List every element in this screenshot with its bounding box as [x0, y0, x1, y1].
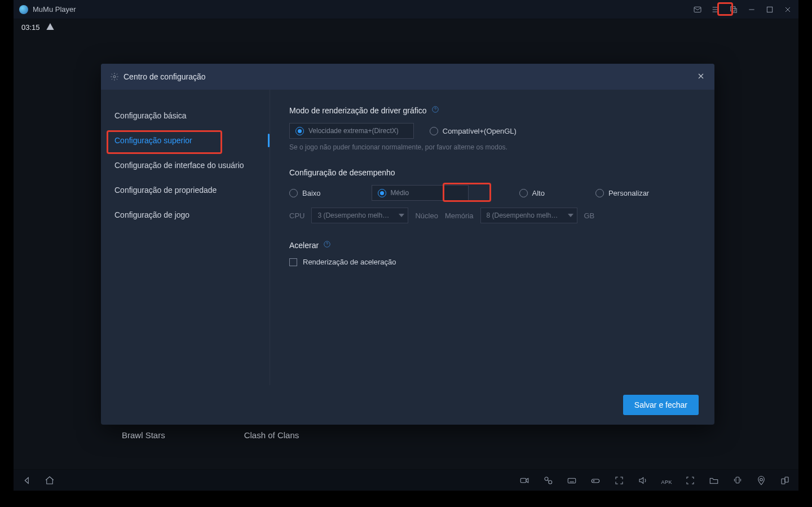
sidebar-item-property[interactable]: Configuração de propriedade: [101, 178, 270, 202]
cpu-select: 3 (Desempenho melh…: [311, 208, 408, 223]
modal-header: Centro de configuração: [101, 64, 714, 90]
svg-rect-4: [50, 28, 50, 29]
settings-content: Modo de renderização de driver gráfico V…: [270, 90, 714, 385]
group-accelerate: Acelerar Renderização de aceleração: [289, 240, 695, 268]
radio-label: Baixo: [302, 189, 321, 197]
svg-point-9: [545, 477, 548, 480]
radio-perf-high[interactable]: Alto: [519, 189, 545, 197]
radio-opengl[interactable]: Compatível+(OpenGL): [430, 127, 517, 135]
warning-icon: [46, 22, 55, 33]
android-statusbar: 03:15: [14, 19, 798, 35]
modal-footer: Salvar e fechar: [101, 385, 714, 425]
gamepad-icon[interactable]: [590, 475, 601, 486]
mail-icon[interactable]: [692, 5, 703, 15]
folder-icon[interactable]: [708, 475, 720, 486]
svg-rect-13: [736, 477, 739, 483]
radio-label: Médio: [391, 189, 409, 197]
radio-directx[interactable]: Velocidade extrema+(DirectX): [289, 123, 414, 139]
keyboard-icon[interactable]: [566, 475, 577, 486]
maximize-icon[interactable]: [765, 5, 775, 15]
select-value: 8 (Desempenho melh…: [487, 211, 558, 219]
svg-rect-3: [50, 25, 50, 27]
settings-sidebar: Configuração básica Configuração superio…: [101, 90, 270, 385]
checkbox-label: Renderização de aceleração: [303, 258, 396, 266]
background-apps-row: Brawl Stars Clash of Clans: [14, 430, 798, 440]
select-value: 3 (Desempenho melh…: [317, 211, 389, 219]
location-icon[interactable]: [756, 475, 767, 486]
bottom-toolbar: APK: [14, 469, 798, 491]
app-title: MuMu Player: [33, 5, 76, 14]
sidebar-item-ui[interactable]: Configuração de interface do usuário: [101, 153, 270, 178]
cpu-label: CPU: [289, 211, 304, 220]
mem-label: Memória: [445, 211, 474, 220]
svg-rect-1: [731, 6, 735, 11]
radio-label: Alto: [532, 189, 545, 197]
help-icon[interactable]: [431, 105, 439, 115]
svg-rect-2: [767, 7, 772, 12]
group-title: Acelerar: [289, 241, 319, 250]
record-icon[interactable]: [519, 475, 530, 486]
shake-icon[interactable]: [732, 475, 743, 486]
svg-rect-0: [694, 7, 701, 12]
group-performance: Configuração de desempenho Baixo Médio A…: [289, 168, 695, 223]
sidebar-item-game[interactable]: Configuração de jogo: [101, 202, 270, 227]
svg-point-14: [760, 478, 763, 481]
back-icon[interactable]: [21, 475, 33, 486]
app-logo-icon: [19, 5, 28, 14]
radio-label: Velocidade extrema+(DirectX): [308, 127, 399, 135]
close-icon[interactable]: [783, 5, 793, 15]
screenshot-icon[interactable]: [685, 475, 696, 486]
gear-icon: [110, 72, 119, 81]
multi-instance-icon[interactable]: [729, 5, 739, 15]
bg-app-label: Brawl Stars: [122, 430, 165, 440]
group-title: Modo de renderização de driver gráfico: [289, 106, 427, 115]
group-title: Configuração de desempenho: [289, 168, 395, 177]
help-icon[interactable]: [323, 240, 331, 250]
save-and-close-button[interactable]: Salvar e fechar: [623, 395, 699, 415]
svg-rect-8: [520, 478, 526, 483]
bg-app-label: Clash of Clans: [244, 430, 299, 440]
script-icon[interactable]: [542, 475, 554, 486]
chevron-down-icon: [568, 214, 573, 217]
volume-icon[interactable]: [637, 475, 648, 486]
svg-rect-11: [568, 478, 576, 483]
app-window: MuMu Player 03:15 Brawl Stars Clash of C…: [14, 0, 798, 491]
sidebar-item-superior[interactable]: Configuração superior: [101, 128, 270, 153]
fullscreen-icon[interactable]: [614, 475, 625, 486]
home-icon[interactable]: [44, 475, 55, 486]
minimize-icon[interactable]: [747, 5, 757, 15]
svg-rect-15: [782, 479, 785, 484]
titlebar: MuMu Player: [14, 0, 798, 19]
core-label: Núcleo: [415, 211, 438, 220]
svg-rect-16: [785, 477, 788, 482]
group-render-mode: Modo de renderização de driver gráfico V…: [289, 105, 695, 151]
render-hint: Se o jogo não puder funcionar normalment…: [289, 143, 695, 151]
radio-perf-mid[interactable]: Médio: [372, 185, 469, 201]
settings-modal: Centro de configuração Configuração bási…: [101, 64, 714, 425]
modal-close-button[interactable]: [696, 72, 705, 82]
chevron-down-icon: [399, 214, 404, 217]
rotate-icon[interactable]: [779, 475, 791, 486]
mem-select: 8 (Desempenho melh…: [480, 208, 577, 223]
sidebar-item-basic[interactable]: Configuração básica: [101, 103, 270, 128]
svg-point-10: [549, 480, 552, 484]
mem-unit: GB: [584, 211, 595, 220]
modal-title: Centro de configuração: [123, 72, 206, 81]
radio-perf-low[interactable]: Baixo: [289, 189, 321, 197]
status-time: 03:15: [21, 23, 40, 32]
checkbox-accel-render[interactable]: Renderização de aceleração: [289, 258, 396, 266]
apk-install-icon[interactable]: APK: [661, 475, 672, 486]
radio-perf-custom[interactable]: Personalizar: [595, 189, 649, 197]
svg-rect-12: [592, 479, 599, 482]
radio-label: Compatível+(OpenGL): [443, 127, 517, 135]
titlebar-controls: [692, 5, 793, 15]
svg-point-5: [113, 76, 116, 78]
radio-label: Personalizar: [608, 189, 649, 197]
menu-icon[interactable]: [710, 5, 721, 15]
